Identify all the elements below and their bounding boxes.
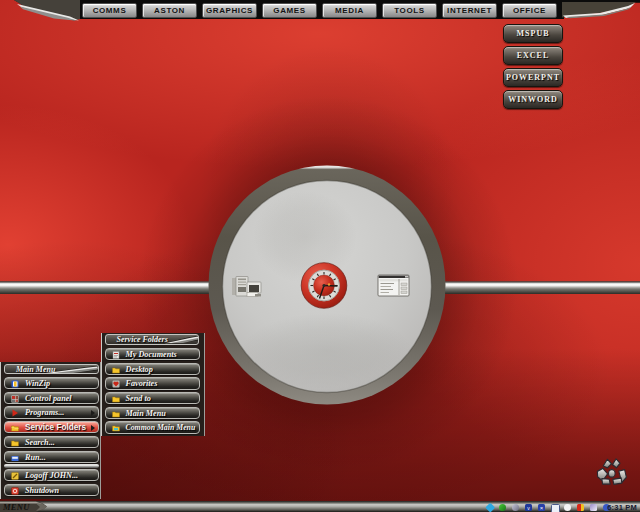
svg-text:MENU: MENU [2,502,30,512]
